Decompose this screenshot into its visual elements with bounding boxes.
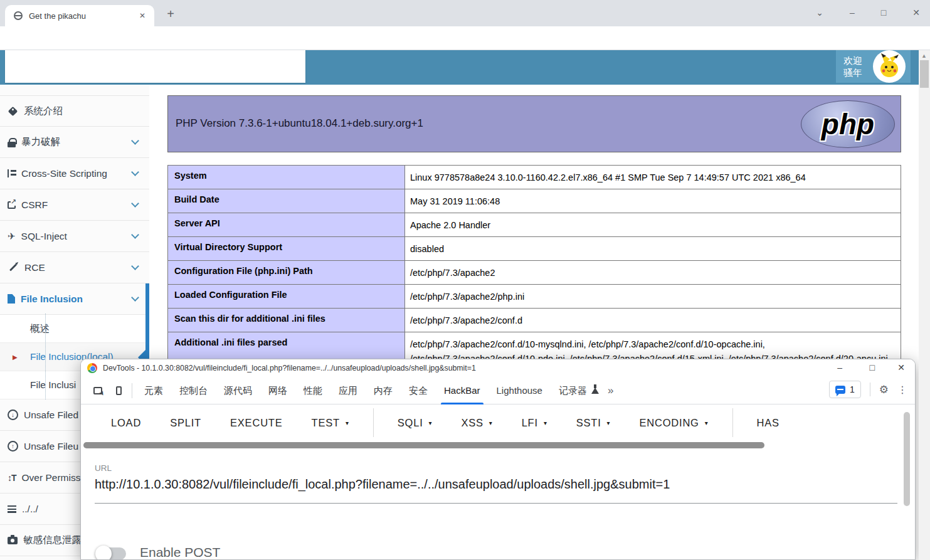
window-maximize-button[interactable]: □ bbox=[877, 5, 890, 20]
devtools-vertical-scrollbar[interactable] bbox=[904, 412, 910, 506]
sqli-menu-button[interactable]: SQLI▾ bbox=[398, 417, 433, 429]
device-toolbar-icon[interactable] bbox=[116, 386, 122, 395]
circle-down-icon: ↓ bbox=[8, 409, 18, 420]
xss-menu-button[interactable]: XSS▾ bbox=[461, 417, 492, 429]
devtools-titlebar[interactable]: DevTools - 10.1.0.30:8082/vul/fileinclud… bbox=[81, 359, 915, 377]
file-icon bbox=[8, 294, 15, 304]
issues-bubble-icon bbox=[835, 386, 845, 394]
url-input-underline bbox=[95, 503, 897, 504]
row-label: System bbox=[168, 166, 405, 189]
inspect-element-icon[interactable] bbox=[93, 387, 102, 394]
camera-icon bbox=[8, 537, 18, 544]
hackbar-divider bbox=[373, 408, 374, 437]
new-tab-button[interactable]: + bbox=[162, 6, 179, 23]
split-button[interactable]: SPLIT bbox=[170, 417, 201, 429]
gear-icon[interactable]: ⚙ bbox=[879, 383, 889, 396]
text-height-icon: ↕T bbox=[8, 473, 16, 483]
welcome-text: 欢迎 骚年 bbox=[843, 55, 862, 78]
chevron-down-icon bbox=[131, 199, 139, 208]
sidebar-item-label: Cross-Site Scripting bbox=[21, 168, 107, 179]
tab-application[interactable]: 应用 bbox=[330, 377, 366, 404]
tab-console[interactable]: 控制台 bbox=[171, 377, 216, 404]
tab-sources[interactable]: 源代码 bbox=[216, 377, 260, 404]
tab-close-icon[interactable]: ✕ bbox=[137, 10, 148, 21]
issues-badge[interactable]: 1 bbox=[829, 381, 861, 398]
sidebar-item-label: SQL-Inject bbox=[21, 231, 67, 242]
scrollbar-up-arrow-icon[interactable]: ▲ bbox=[921, 53, 927, 59]
row-value: /etc/php/7.3/apache2/php.ini bbox=[405, 285, 901, 308]
table-row: Loaded Configuration File /etc/php/7.3/a… bbox=[168, 285, 901, 309]
devtools-maximize-button[interactable]: □ bbox=[866, 361, 879, 374]
tab-memory[interactable]: 内存 bbox=[366, 377, 401, 404]
chevron-down-icon bbox=[131, 231, 139, 239]
test-menu-button[interactable]: TEST▾ bbox=[312, 417, 349, 429]
sidebar-item-system-intro[interactable]: 系统介绍 bbox=[0, 95, 149, 127]
tab-elements[interactable]: 元素 bbox=[136, 377, 171, 404]
row-label: Scan this dir for additional .ini files bbox=[168, 309, 405, 332]
list-tree-icon bbox=[8, 169, 16, 177]
chrome-logo-icon bbox=[87, 363, 97, 373]
site-header: 欢迎 骚年 bbox=[0, 50, 919, 85]
browser-tab[interactable]: Get the pikachu ✕ bbox=[5, 5, 154, 26]
circle-up-icon: ↑ bbox=[8, 441, 18, 452]
devtools-window: DevTools - 10.1.0.30:8082/vul/fileinclud… bbox=[80, 359, 916, 560]
sidebar-item-rce[interactable]: RCE bbox=[0, 252, 149, 283]
table-row: System Linux 9778578a8e24 3.10.0-1160.42… bbox=[168, 166, 901, 189]
row-value: Apache 2.0 Handler bbox=[405, 213, 901, 236]
tab-title: Get the pikachu bbox=[29, 11, 137, 21]
hackbar-horizontal-scrollbar[interactable] bbox=[83, 442, 764, 448]
sidebar-item-sql-inject[interactable]: ✈ SQL-Inject bbox=[0, 221, 149, 252]
chevron-down-icon bbox=[131, 168, 139, 176]
execute-button[interactable]: EXECUTE bbox=[230, 417, 283, 429]
sidebar-item-csrf[interactable]: CSRF bbox=[0, 189, 149, 221]
tab-hackbar[interactable]: HackBar bbox=[436, 377, 489, 404]
scrollbar-thumb[interactable] bbox=[920, 60, 929, 88]
php-logo: php bbox=[801, 100, 895, 148]
tab-lighthouse[interactable]: Lighthouse bbox=[489, 377, 551, 404]
hashing-menu-button[interactable]: HAS bbox=[757, 417, 779, 429]
tab-performance[interactable]: 性能 bbox=[295, 377, 330, 404]
sidebar-item-file-inclusion[interactable]: File Inclusion bbox=[0, 283, 149, 315]
ssti-menu-button[interactable]: SSTI▾ bbox=[576, 417, 611, 429]
hackbar-toolbar: LOAD SPLIT EXECUTE TEST▾ SQLI▾ XSS▾ LFI▾… bbox=[81, 404, 909, 441]
hackbar-divider bbox=[732, 408, 733, 437]
page-scrollbar[interactable]: ▲ bbox=[919, 50, 930, 560]
browser-toolbar: ← → ↻ ▲ 不安全 10.1.0.30:8082/vul/fileinclu… bbox=[0, 26, 930, 50]
window-minimize-button[interactable]: – bbox=[846, 5, 859, 20]
pikachu-avatar bbox=[873, 50, 906, 83]
lfi-menu-button[interactable]: LFI▾ bbox=[522, 417, 547, 429]
tab-security[interactable]: 安全 bbox=[401, 377, 436, 404]
devtools-tabbar: 元素 控制台 源代码 网络 性能 应用 内存 安全 HackBar Lighth… bbox=[81, 377, 915, 404]
tab-network[interactable]: 网络 bbox=[260, 377, 295, 404]
devtools-minimize-button[interactable]: – bbox=[833, 361, 846, 374]
window-close-button[interactable]: ✕ bbox=[909, 5, 924, 20]
plane-icon: ✈ bbox=[8, 231, 16, 242]
window-controls: ⌄ – □ ✕ bbox=[812, 0, 924, 25]
devtools-right-controls: 1 ⚙ ⋮ bbox=[829, 381, 907, 398]
load-button[interactable]: LOAD bbox=[111, 417, 141, 429]
table-row: Configuration File (php.ini) Path /etc/p… bbox=[168, 261, 901, 285]
sidebar-item-bruteforce[interactable]: 暴力破解 bbox=[0, 127, 149, 158]
more-tabs-icon[interactable]: » bbox=[601, 384, 620, 397]
sidebar-item-label: 暴力破解 bbox=[21, 135, 60, 149]
pencil-icon bbox=[9, 263, 17, 271]
header-logo-box bbox=[5, 50, 305, 83]
caret-down-icon: ▾ bbox=[429, 420, 433, 426]
sidebar-item-xss[interactable]: Cross-Site Scripting bbox=[0, 158, 149, 189]
subitem-label: 概述 bbox=[30, 322, 50, 335]
devtools-close-button[interactable]: ✕ bbox=[894, 361, 909, 374]
sidebar-item-label: Over Permiss bbox=[22, 472, 81, 483]
tab-search-icon[interactable]: ⌄ bbox=[812, 5, 827, 20]
row-value: /etc/php/7.3/apache2 bbox=[405, 261, 901, 284]
devtools-menu-icon[interactable]: ⋮ bbox=[897, 384, 907, 396]
devtools-title: DevTools - 10.1.0.30:8082/vul/fileinclud… bbox=[103, 364, 476, 372]
enable-post-toggle[interactable] bbox=[97, 547, 126, 560]
url-input[interactable]: http://10.1.0.30:8082/vul/fileinclude/fi… bbox=[95, 477, 901, 492]
toolbar-divider bbox=[132, 383, 132, 398]
sidebar-item-label: File Inclusion bbox=[21, 293, 83, 305]
encoding-menu-button[interactable]: ENCODING▾ bbox=[639, 417, 708, 429]
share-square-icon bbox=[8, 201, 16, 209]
tab-recorder[interactable]: 记录器 bbox=[551, 377, 595, 404]
url-field-label: URL bbox=[95, 463, 112, 473]
sidebar-subitem-overview[interactable]: 概述 bbox=[0, 315, 149, 343]
